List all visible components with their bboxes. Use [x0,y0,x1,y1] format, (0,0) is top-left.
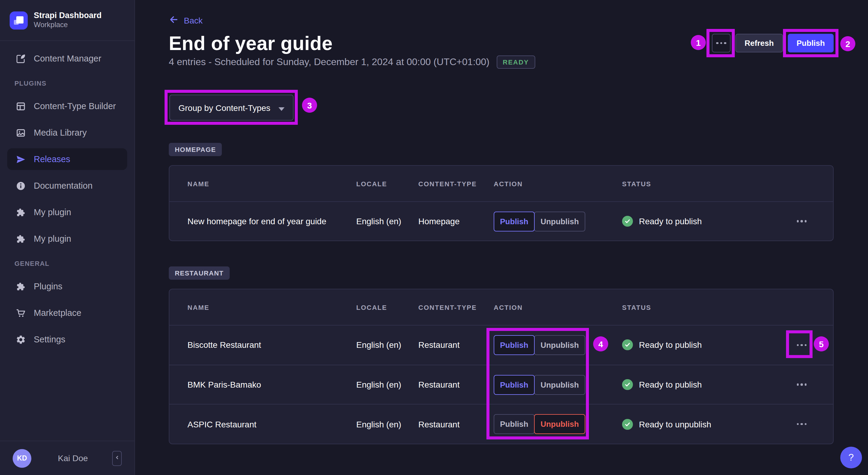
entry-locale: English (en) [356,340,418,350]
publish-toggle-button[interactable]: Publish [494,414,535,434]
chevron-left-icon [114,453,120,463]
sidebar-item-label: Releases [34,154,70,164]
sidebar-item-releases[interactable]: Releases [7,148,127,170]
entry-content-type: Restaurant [418,419,494,429]
pen-square-icon [16,53,26,64]
sidebar: Strapi Dashboard Workplace Content Manag… [0,0,135,475]
ellipsis-icon [797,344,807,346]
column-header-action: ACTION [494,180,622,187]
sidebar-item-my-plugin-1[interactable]: My plugin [7,201,127,223]
publish-toggle-button[interactable]: Publish [494,211,535,231]
entry-name: New homepage for end of year guide [187,216,356,226]
group-tag-homepage: HOMEPAGE [169,143,222,156]
publish-toggle-button[interactable]: Publish [494,375,535,394]
image-icon [16,127,26,138]
table-row: ASPIC Restaurant English (en) Restaurant… [169,404,833,444]
sidebar-item-media-library[interactable]: Media Library [7,122,127,144]
back-label: Back [184,16,203,25]
sidebar-item-plugins[interactable]: Plugins [7,276,127,297]
unpublish-toggle-button[interactable]: Unpublish [534,335,585,355]
brand-subtitle: Workplace [34,22,101,30]
arrow-left-icon [169,14,179,27]
release-more-actions-button[interactable] [712,34,731,53]
sidebar-item-label: Settings [34,335,65,344]
help-button[interactable]: ? [840,447,862,468]
row-more-actions-button[interactable] [795,218,809,225]
sidebar-item-label: Plugins [34,282,62,291]
entry-status: Ready to publish [622,216,788,227]
sidebar-item-label: Media Library [34,128,87,137]
publish-release-button[interactable]: Publish [788,34,834,53]
puzzle-piece-icon [16,207,26,217]
strapi-logo-icon [10,11,28,29]
table-header-row: NAME LOCALE CONTENT-TYPE ACTION STATUS [169,289,833,325]
column-header-name: NAME [187,180,356,187]
column-header-status: STATUS [622,304,788,311]
entry-locale: English (en) [356,419,418,429]
puzzle-piece-icon [16,233,26,244]
brand-text: Strapi Dashboard Workplace [34,11,101,30]
status-label: Ready to publish [639,380,702,389]
release-meta: 4 entries - Scheduled for Sunday, Decemb… [169,56,535,69]
group-by-select[interactable]: Group by Content-Types [169,95,293,121]
table-row: Biscotte Restaurant English (en) Restaur… [169,325,833,365]
annotation-marker-1: 1 [691,35,706,50]
brand-header: Strapi Dashboard Workplace [0,0,134,41]
unpublish-toggle-button[interactable]: Unpublish [534,414,585,434]
header-actions: Refresh Publish [712,34,834,53]
entry-status: Ready to publish [622,379,788,390]
entry-locale: English (en) [356,216,418,226]
unpublish-toggle-button[interactable]: Unpublish [534,211,585,231]
action-toggle: Publish Unpublish [494,414,622,434]
sidebar-item-settings[interactable]: Settings [7,328,127,350]
status-badge: READY [497,56,535,69]
action-toggle: Publish Unpublish [494,211,622,231]
sidebar-item-my-plugin-2[interactable]: My plugin [7,228,127,250]
column-header-content-type: CONTENT-TYPE [418,180,494,187]
shopping-cart-icon [16,308,26,318]
sidebar-item-label: Documentation [34,181,93,190]
sidebar-section-plugins: PLUGINS [14,78,127,88]
homepage-table: NAME LOCALE CONTENT-TYPE ACTION STATUS N… [169,165,834,241]
annotation-marker-2: 2 [840,36,855,51]
app-window: Strapi Dashboard Workplace Content Manag… [0,0,868,475]
avatar[interactable]: KD [13,449,31,468]
entry-content-type: Restaurant [418,340,494,350]
chevron-down-icon [278,102,284,113]
entry-content-type: Homepage [418,216,494,226]
status-label: Ready to unpublish [639,419,711,429]
annotation-marker-3: 3 [302,98,317,113]
table-row: BMK Paris-Bamako English (en) Restaurant… [169,365,833,404]
status-label: Ready to publish [639,216,702,226]
table-header-row: NAME LOCALE CONTENT-TYPE ACTION STATUS [169,166,833,201]
refresh-button[interactable]: Refresh [735,34,783,53]
sidebar-item-marketplace[interactable]: Marketplace [7,302,127,324]
user-name: Kai Doe [58,453,112,463]
back-link[interactable]: Back [169,14,203,27]
entry-locale: English (en) [356,380,418,389]
sidebar-item-label: My plugin [34,208,71,217]
publish-toggle-button[interactable]: Publish [494,335,535,355]
sidebar-collapse-button[interactable] [112,451,122,466]
status-label: Ready to publish [639,340,702,350]
puzzle-piece-icon [16,281,26,291]
entry-content-type: Restaurant [418,380,494,389]
unpublish-toggle-button[interactable]: Unpublish [534,375,585,394]
row-more-actions-button[interactable] [795,342,809,348]
sidebar-nav: Content Manager PLUGINS Content-Type Bui… [0,41,134,441]
column-header-locale: LOCALE [356,180,418,187]
entry-name: ASPIC Restaurant [187,419,356,429]
row-more-actions-button[interactable] [795,421,809,428]
entry-status: Ready to publish [622,340,788,351]
sidebar-item-documentation[interactable]: Documentation [7,175,127,196]
release-subtitle: 4 entries - Scheduled for Sunday, Decemb… [169,57,490,67]
sidebar-item-content-type-builder[interactable]: Content-Type Builder [7,95,127,117]
sidebar-item-label: Marketplace [34,308,82,318]
ellipsis-icon [716,42,726,44]
row-more-actions-button[interactable] [795,381,809,388]
sidebar-item-content-manager[interactable]: Content Manager [7,48,127,69]
column-header-status: STATUS [622,180,788,187]
check-circle-icon [622,216,633,227]
check-circle-icon [622,340,633,351]
column-header-content-type: CONTENT-TYPE [418,304,494,311]
